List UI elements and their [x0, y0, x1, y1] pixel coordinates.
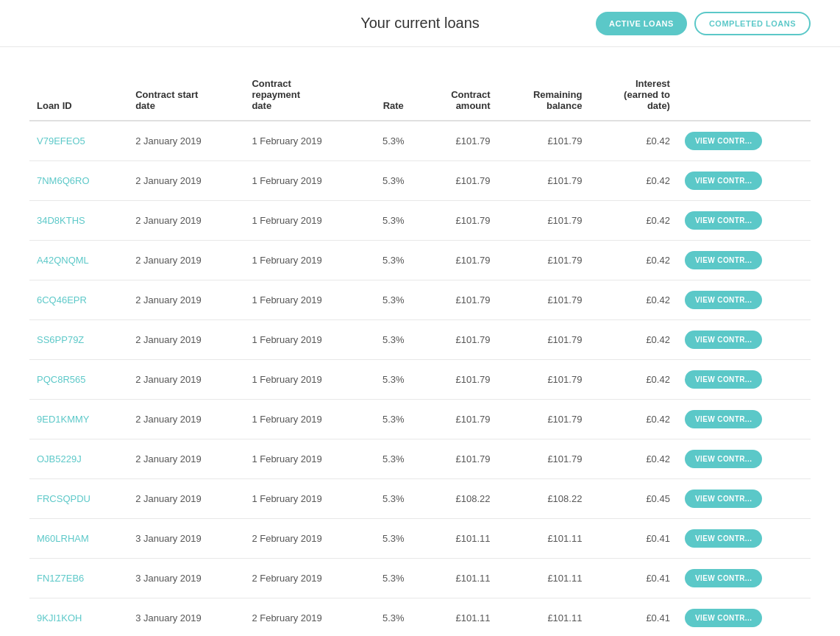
completed-loans-button[interactable]: COMPLETED LOANS — [694, 12, 811, 35]
loan-id-link[interactable]: SS6PP79Z — [37, 334, 84, 345]
cell-start-date: 3 January 2019 — [128, 559, 244, 598]
cell-loan-id: A42QNQML — [29, 241, 128, 280]
cell-rate: 5.3% — [367, 121, 420, 161]
cell-amount: £101.11 — [420, 598, 498, 637]
table-row: FRCSQPDU2 January 20191 February 20195.3… — [29, 479, 811, 519]
cell-amount: £101.79 — [420, 400, 498, 439]
loan-id-link[interactable]: 9KJI1KOH — [37, 612, 82, 623]
cell-action: VIEW CONTR... — [677, 479, 811, 519]
cell-repayment-date: 1 February 2019 — [244, 121, 367, 161]
view-contract-button[interactable]: VIEW CONTR... — [685, 291, 762, 309]
cell-start-date: 2 January 2019 — [128, 201, 244, 241]
table-row: OJB5229J2 January 20191 February 20195.3… — [29, 439, 811, 479]
cell-repayment-date: 1 February 2019 — [244, 280, 367, 320]
cell-interest: £0.42 — [589, 121, 677, 161]
view-contract-button[interactable]: VIEW CONTR... — [685, 529, 762, 548]
loans-table-container: Loan ID Contract startdate Contractrepay… — [0, 47, 840, 636]
view-contract-button[interactable]: VIEW CONTR... — [685, 370, 762, 389]
view-contract-button[interactable]: VIEW CONTR... — [685, 132, 762, 150]
cell-rate: 5.3% — [367, 320, 420, 360]
cell-rate: 5.3% — [367, 479, 420, 519]
col-interest: Interest(earned todate) — [589, 69, 677, 121]
col-balance: Remainingbalance — [498, 69, 590, 121]
cell-action: VIEW CONTR... — [677, 121, 811, 161]
view-contract-button[interactable]: VIEW CONTR... — [685, 410, 762, 428]
view-contract-button[interactable]: VIEW CONTR... — [685, 490, 762, 508]
cell-repayment-date: 1 February 2019 — [244, 360, 367, 400]
cell-action: VIEW CONTR... — [677, 400, 811, 439]
cell-interest: £0.42 — [589, 201, 677, 241]
cell-loan-id: 7NM6Q6RO — [29, 161, 128, 201]
cell-loan-id: SS6PP79Z — [29, 320, 128, 360]
view-contract-button[interactable]: VIEW CONTR... — [685, 569, 762, 587]
loan-id-link[interactable]: PQC8R565 — [37, 374, 85, 385]
view-contract-button[interactable]: VIEW CONTR... — [685, 211, 762, 230]
table-header-row: Loan ID Contract startdate Contractrepay… — [29, 69, 811, 121]
cell-start-date: 2 January 2019 — [128, 161, 244, 201]
cell-loan-id: FRCSQPDU — [29, 479, 128, 519]
view-contract-button[interactable]: VIEW CONTR... — [685, 331, 762, 349]
cell-action: VIEW CONTR... — [677, 559, 811, 598]
cell-balance: £101.79 — [498, 280, 590, 320]
header-buttons: ACTIVE LOANS COMPLETED LOANS — [596, 12, 811, 35]
loan-id-link[interactable]: FN1Z7EB6 — [37, 573, 84, 584]
table-row: V79EFEO52 January 20191 February 20195.3… — [29, 121, 811, 161]
cell-start-date: 2 January 2019 — [128, 121, 244, 161]
cell-amount: £108.22 — [420, 479, 498, 519]
cell-balance: £101.11 — [498, 559, 590, 598]
cell-action: VIEW CONTR... — [677, 241, 811, 280]
col-loan-id: Loan ID — [29, 69, 128, 121]
loan-id-link[interactable]: 9ED1KMMY — [37, 414, 90, 425]
cell-action: VIEW CONTR... — [677, 598, 811, 637]
cell-interest: £0.41 — [589, 598, 677, 637]
col-rate: Rate — [367, 69, 420, 121]
loan-id-link[interactable]: V79EFEO5 — [37, 135, 85, 146]
cell-rate: 5.3% — [367, 280, 420, 320]
table-row: 9KJI1KOH3 January 20192 February 20195.3… — [29, 598, 811, 637]
view-contract-button[interactable]: VIEW CONTR... — [685, 172, 762, 190]
active-loans-button[interactable]: ACTIVE LOANS — [596, 12, 687, 35]
loan-id-link[interactable]: OJB5229J — [37, 453, 82, 464]
cell-rate: 5.3% — [367, 598, 420, 637]
loan-id-link[interactable]: 7NM6Q6RO — [37, 175, 90, 186]
table-row: 6CQ46EPR2 January 20191 February 20195.3… — [29, 280, 811, 320]
table-row: PQC8R5652 January 20191 February 20195.3… — [29, 360, 811, 400]
loan-id-link[interactable]: 6CQ46EPR — [37, 294, 87, 305]
cell-loan-id: V79EFEO5 — [29, 121, 128, 161]
cell-action: VIEW CONTR... — [677, 439, 811, 479]
loan-id-link[interactable]: FRCSQPDU — [37, 493, 90, 504]
cell-start-date: 2 January 2019 — [128, 241, 244, 280]
cell-repayment-date: 1 February 2019 — [244, 400, 367, 439]
cell-balance: £101.79 — [498, 320, 590, 360]
cell-amount: £101.79 — [420, 161, 498, 201]
cell-repayment-date: 2 February 2019 — [244, 598, 367, 637]
cell-rate: 5.3% — [367, 241, 420, 280]
col-start-date: Contract startdate — [128, 69, 244, 121]
cell-loan-id: 34D8KTHS — [29, 201, 128, 241]
cell-balance: £101.79 — [498, 241, 590, 280]
col-amount: Contractamount — [420, 69, 498, 121]
loans-table: Loan ID Contract startdate Contractrepay… — [29, 69, 811, 636]
cell-amount: £101.79 — [420, 121, 498, 161]
loan-id-link[interactable]: 34D8KTHS — [37, 215, 85, 226]
loan-id-link[interactable]: M60LRHAM — [37, 533, 89, 544]
cell-interest: £0.42 — [589, 241, 677, 280]
table-row: SS6PP79Z2 January 20191 February 20195.3… — [29, 320, 811, 360]
cell-interest: £0.41 — [589, 519, 677, 559]
cell-amount: £101.79 — [420, 241, 498, 280]
cell-start-date: 2 January 2019 — [128, 400, 244, 439]
view-contract-button[interactable]: VIEW CONTR... — [685, 251, 762, 269]
cell-amount: £101.79 — [420, 439, 498, 479]
cell-interest: £0.42 — [589, 400, 677, 439]
cell-rate: 5.3% — [367, 439, 420, 479]
cell-amount: £101.11 — [420, 559, 498, 598]
col-repayment-date: Contractrepaymentdate — [244, 69, 367, 121]
loan-id-link[interactable]: A42QNQML — [37, 255, 89, 266]
view-contract-button[interactable]: VIEW CONTR... — [685, 450, 762, 468]
cell-repayment-date: 1 February 2019 — [244, 161, 367, 201]
cell-repayment-date: 2 February 2019 — [244, 519, 367, 559]
cell-balance: £101.79 — [498, 201, 590, 241]
cell-rate: 5.3% — [367, 400, 420, 439]
cell-action: VIEW CONTR... — [677, 519, 811, 559]
view-contract-button[interactable]: VIEW CONTR... — [685, 609, 762, 627]
